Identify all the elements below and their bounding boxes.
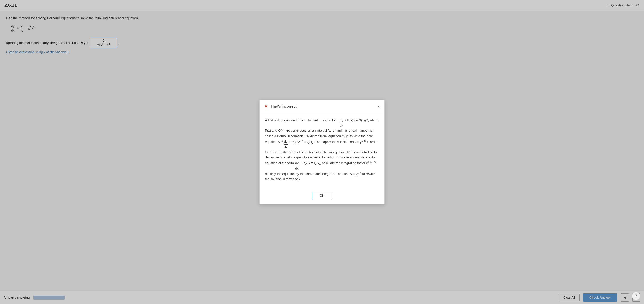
ok-button[interactable]: OK xyxy=(312,192,332,200)
help-circle-button[interactable]: ? xyxy=(632,292,640,300)
modal-close-button[interactable]: × xyxy=(377,104,380,109)
modal-footer: OK xyxy=(260,188,384,204)
modal-dialog: ✕ That's incorrect. × A first order equa… xyxy=(260,100,384,204)
incorrect-x-icon: ✕ xyxy=(264,104,268,109)
modal-title: That's incorrect. xyxy=(270,104,374,109)
modal-overlay: ✕ That's incorrect. × A first order equa… xyxy=(0,0,644,304)
modal-header: ✕ That's incorrect. × xyxy=(260,100,384,113)
modal-paragraph-1: A first order equation that can be writt… xyxy=(265,117,379,182)
modal-body: A first order equation that can be writt… xyxy=(260,113,384,188)
main-content: Use the method for solving Bernoulli equ… xyxy=(0,11,644,290)
